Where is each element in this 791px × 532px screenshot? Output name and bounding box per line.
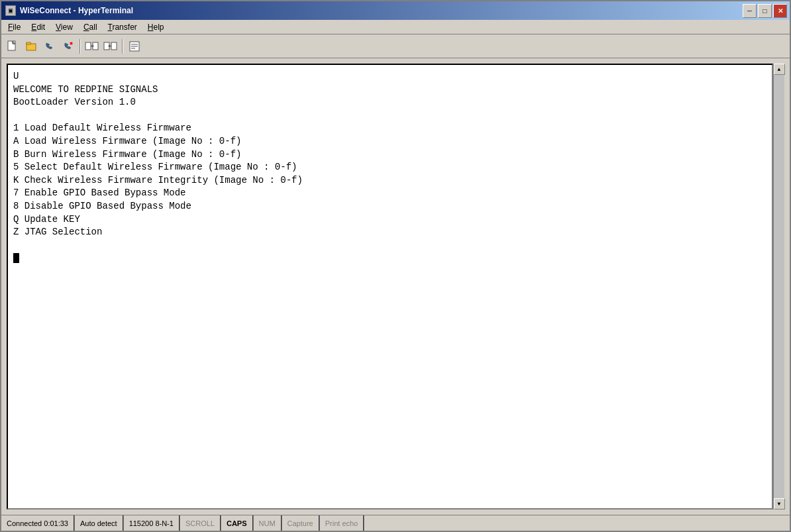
window-icon: ▣ [5,5,16,16]
menu-call[interactable]: Call [78,21,103,33]
scrollbar-up-button[interactable]: ▲ [774,64,785,75]
main-content: U WELCOME TO REDPINE SIGNALS BootLoader … [1,58,790,515]
title-buttons: ─ □ ✕ [743,4,787,18]
menu-bar: File Edit View Call Transfer Help [1,20,790,34]
scrollbar-track[interactable] [774,75,784,498]
menu-file[interactable]: File [3,21,26,33]
svg-rect-5 [26,42,30,44]
properties-button[interactable] [126,38,143,55]
window-title: WiSeConnect - HyperTerminal [20,6,133,15]
status-print-echo: Print echo [320,515,365,531]
vertical-scrollbar: ▲ ▼ [773,64,784,509]
status-baud: 115200 8-N-1 [124,515,180,531]
new-icon [7,40,19,52]
menu-view[interactable]: View [50,21,78,33]
send-button[interactable] [83,38,101,55]
open-icon [25,40,37,52]
toolbar [1,34,790,58]
title-bar: ▣ WiSeConnect - HyperTerminal ─ □ ✕ [1,1,790,20]
terminal-output: U WELCOME TO REDPINE SIGNALS BootLoader … [13,70,303,265]
status-connected: Connected 0:01:33 [1,515,75,531]
open-button[interactable] [23,38,40,55]
new-button[interactable] [4,38,21,55]
svg-rect-13 [111,42,117,50]
disconnect-button[interactable] [60,38,77,55]
toolbar-separator-1 [79,39,81,54]
properties-icon [129,40,140,52]
phone-icon [44,40,56,52]
menu-transfer[interactable]: Transfer [103,21,142,33]
terminal-container[interactable]: U WELCOME TO REDPINE SIGNALS BootLoader … [7,64,773,509]
minimize-button[interactable]: ─ [743,4,757,18]
terminal-scroll: U WELCOME TO REDPINE SIGNALS BootLoader … [8,65,772,508]
disconnect-icon [62,40,74,52]
menu-edit[interactable]: Edit [26,21,50,33]
status-caps: CAPS [221,515,254,531]
status-num: NUM [254,515,282,531]
menu-help[interactable]: Help [142,21,170,33]
receive-button[interactable] [102,38,119,55]
send-icon [85,40,99,52]
status-auto-detect: Auto detect [75,515,124,531]
cursor-block [13,253,19,263]
status-bar: Connected 0:01:33 Auto detect 115200 8-N… [1,515,790,531]
maximize-button[interactable]: □ [758,4,772,18]
scrollbar-down-button[interactable]: ▼ [774,498,785,509]
svg-rect-8 [85,42,91,50]
toolbar-separator-2 [122,39,123,54]
dial-button[interactable] [41,38,58,55]
main-window: ▣ WiSeConnect - HyperTerminal ─ □ ✕ File… [0,0,791,532]
status-capture: Capture [282,515,320,531]
title-bar-left: ▣ WiSeConnect - HyperTerminal [5,5,133,16]
receive-icon [103,40,118,52]
status-scroll: SCROLL [180,515,221,531]
close-button[interactable]: ✕ [773,4,787,18]
